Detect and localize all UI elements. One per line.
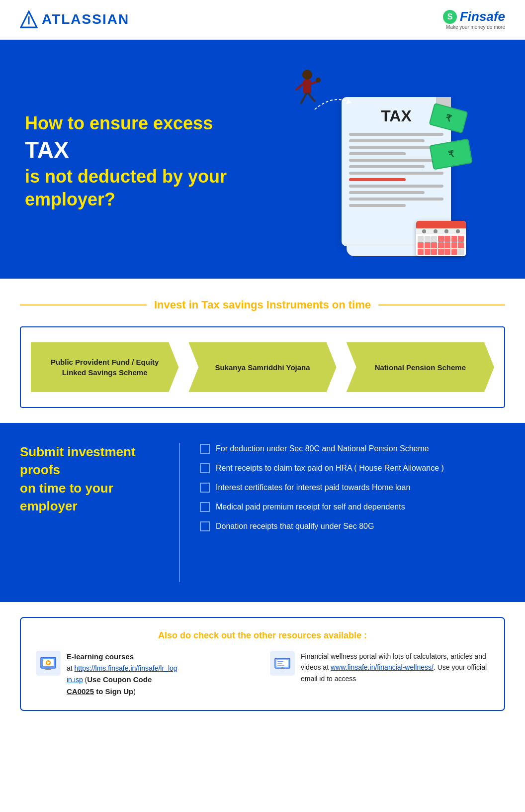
svg-rect-21 — [281, 667, 283, 669]
header: ATLASSIAN S Finsafe Make your money do m… — [0, 0, 525, 40]
checkbox-icon — [200, 502, 210, 512]
hero-title: How to ensure excess TAX is not deducted… — [25, 112, 234, 211]
submit-right: For deduction under Sec 80C and National… — [200, 443, 505, 532]
submit-title-line2: on time to your employer — [20, 481, 113, 513]
resources-grid: E-learning courses at https://lms.finsaf… — [36, 651, 489, 698]
finsafe-tagline: Make your money do more — [446, 24, 505, 30]
resource-text-elearning: E-learning courses at https://lms.finsaf… — [67, 651, 177, 698]
submit-list-item-0: For deduction under Sec 80C and National… — [200, 443, 505, 455]
submit-list-text: For deduction under Sec 80C and National… — [216, 443, 429, 455]
checkbox-icon — [200, 444, 210, 454]
calendar-icon — [416, 221, 466, 256]
resources-box: Also do check out the other resources av… — [20, 617, 505, 711]
svg-rect-17 — [277, 661, 283, 662]
invest-card-nps: National Pension Scheme — [347, 342, 494, 392]
finsafe-name-label: Finsafe — [460, 9, 505, 24]
submit-divider — [179, 443, 180, 582]
svg-rect-3 — [303, 80, 311, 94]
invest-card-ssy: Sukanya Samriddhi Yojana — [188, 342, 336, 392]
submit-list-text: Interest certificates for interest paid … — [216, 482, 410, 494]
finsafe-s-icon: S — [443, 10, 457, 24]
resources-section: Also do check out the other resources av… — [0, 602, 525, 726]
svg-line-4 — [301, 94, 306, 103]
hero-title-line1: How to ensure excess — [25, 113, 213, 133]
svg-point-8 — [316, 78, 321, 83]
checkbox-icon — [200, 521, 210, 531]
hero-section: How to ensure excess TAX is not deducted… — [0, 40, 525, 279]
resource-item-portal: Financial wellness portal with lots of c… — [270, 651, 489, 698]
resource-item-elearning: E-learning courses at https://lms.finsaf… — [36, 651, 255, 698]
elearning-title: E-learning courses — [67, 652, 134, 661]
atlassian-logo: ATLASSIAN — [20, 10, 129, 28]
submit-list-item-3: Medical paid premium receipt for self an… — [200, 501, 505, 513]
hero-illustration: TAX TAX — [262, 77, 500, 246]
tax-document: TAX ₹ — [342, 97, 451, 246]
svg-point-2 — [302, 70, 312, 80]
submit-list-text: Rent receipts to claim tax paid on HRA (… — [216, 462, 444, 474]
submit-list-item-1: Rent receipts to claim tax paid on HRA (… — [200, 462, 505, 474]
portal-icon — [270, 651, 295, 676]
invest-cards-container: Public Provident Fund / Equity Linked Sa… — [20, 326, 505, 408]
submit-list-text: Medical paid premium receipt for self an… — [216, 501, 405, 513]
invest-card-ssy-label: Sukanya Samriddhi Yojana — [215, 362, 310, 373]
running-person-icon — [287, 67, 327, 114]
portal-link[interactable]: www.finsafe.in/financial-wellness/ — [331, 663, 434, 671]
submit-title-line1: Submit investment proofs — [20, 444, 136, 477]
hero-text: How to ensure excess TAX is not deducted… — [25, 112, 262, 211]
submit-title: Submit investment proofs on time to your… — [20, 443, 159, 515]
hero-tax-word: TAX — [25, 137, 69, 163]
svg-rect-14 — [45, 668, 51, 670]
invest-card-ppf: Public Provident Fund / Equity Linked Sa… — [31, 342, 178, 392]
submit-left: Submit investment proofs on time to your… — [20, 443, 159, 515]
elearning-icon — [36, 651, 61, 676]
resource-text-portal: Financial wellness portal with lots of c… — [301, 651, 489, 684]
invest-card-ppf-label: Public Provident Fund / Equity Linked Sa… — [38, 357, 171, 378]
svg-line-6 — [296, 84, 303, 90]
svg-rect-19 — [277, 665, 284, 666]
invest-section: Invest in Tax savings Instruments on tim… — [0, 279, 525, 423]
svg-line-5 — [308, 94, 315, 101]
checkbox-icon — [200, 463, 210, 473]
resources-title: Also do check out the other resources av… — [36, 630, 489, 641]
hero-title-line2: is not deducted by your employer? — [25, 166, 227, 210]
submit-list-item-2: Interest certificates for interest paid … — [200, 482, 505, 494]
atlassian-triangle-icon — [20, 10, 38, 28]
finsafe-logo: S Finsafe Make your money do more — [443, 9, 505, 30]
submit-list: For deduction under Sec 80C and National… — [200, 443, 505, 532]
submit-list-text: Donation receipts that qualify under Sec… — [216, 520, 374, 532]
invest-card-nps-label: National Pension Scheme — [375, 362, 466, 373]
submit-section: Submit investment proofs on time to your… — [0, 423, 525, 602]
atlassian-name-label: ATLASSIAN — [42, 11, 129, 27]
checkbox-icon — [200, 483, 210, 493]
invest-title: Invest in Tax savings Instruments on tim… — [20, 299, 505, 311]
svg-rect-18 — [277, 663, 282, 664]
svg-marker-9 — [346, 99, 352, 104]
submit-list-item-4: Donation receipts that qualify under Sec… — [200, 520, 505, 532]
